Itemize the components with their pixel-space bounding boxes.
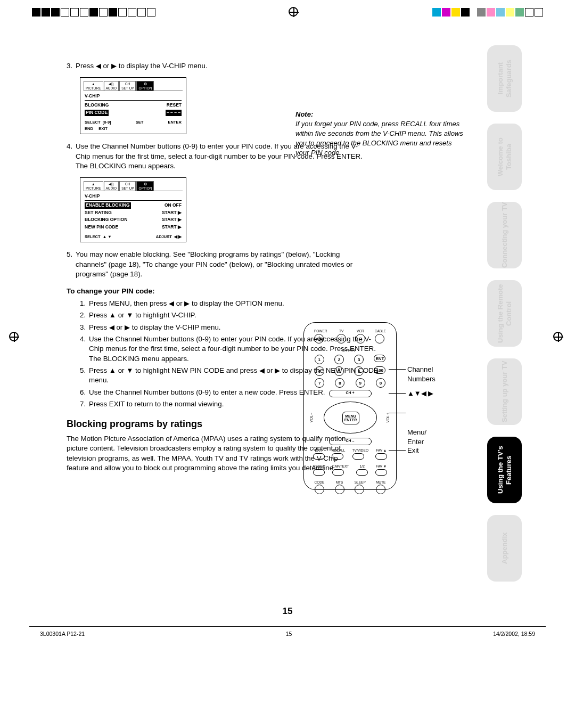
step-num: 3. — [80, 323, 86, 332]
remote-btn-exit — [313, 453, 325, 460]
remote-btn-12 — [356, 469, 368, 476]
reg-swatches-right — [432, 8, 543, 17]
remote-lbl-favup: FAV ▲ — [375, 448, 387, 453]
osd-onoff: ON OFF — [165, 202, 182, 209]
remote-btn-reset — [313, 469, 325, 476]
footer-datetime: 14/2/2002, 18:59 — [493, 630, 535, 637]
remote-lbl-code: CODE — [315, 480, 325, 485]
callout-text: ▲▼◀ ▶ — [407, 389, 433, 397]
osd-tab-picture: PICTURE — [86, 187, 101, 191]
remote-btn-power: ⏻ — [314, 334, 324, 343]
osd-header: V-CHIP — [85, 193, 182, 201]
remote-outline: POWER⏻ TV VCR CABLE CH RTN 1 2 3 ENT 4 5… — [303, 322, 397, 490]
remote-btn-9: 9 — [356, 378, 365, 388]
tab-setting-up: Setting up your TV — [487, 358, 522, 425]
remote-lbl-vcr: VCR — [356, 329, 365, 334]
step-num: 3. — [67, 61, 72, 71]
osd-foot-set: SET — [136, 120, 144, 125]
osd-reset: RESET — [167, 102, 182, 109]
remote-btn-sleep — [355, 485, 364, 494]
footer-info: 3L00301A P12-21 15 14/2/2002, 18:59 — [40, 630, 535, 637]
step-num: 4. — [67, 142, 72, 171]
osd-tab-option: OPTION — [138, 87, 152, 91]
osd-new-pin: NEW PIN CODE — [85, 224, 118, 231]
osd-foot-enter: ENTER — [168, 120, 182, 125]
remote-lbl-menu: MENU — [345, 414, 356, 418]
osd-pincode-val: – – – – — [166, 110, 182, 116]
remote-lbl-cap: CAP/TEXT — [332, 464, 349, 469]
tab-connecting: Connecting your TV — [487, 202, 522, 268]
remote-btn-1: 1 — [315, 355, 324, 364]
remote-lbl-mts: MTS — [335, 480, 344, 485]
remote-lbl-mute: MUTE — [376, 480, 385, 485]
remote-lbl-cable: CABLE — [375, 329, 386, 334]
osd-foot-exit: EXIT — [98, 126, 108, 131]
remote-lbl-12: 1/2 — [356, 464, 368, 469]
callout-arrows: ▲▼◀ ▶ — [407, 389, 433, 398]
footer-docid: 3L00301A P12-21 — [40, 630, 85, 637]
step-num: 5. — [67, 250, 72, 279]
callout-menu-enter: Menu/ Enter — [407, 408, 426, 447]
callout-text: Channel Numbers — [407, 365, 436, 383]
footer-page: 15 — [286, 630, 292, 637]
osd-tab-option: OPTION — [138, 187, 152, 191]
remote-lbl-power: POWER — [314, 329, 327, 334]
osd-vchip-blocking: ▲PICTURE ◀))AUDIO CHSET UP ⚙OPTION V-CHI… — [80, 177, 186, 242]
remote-lbl-sleep: SLEEP — [355, 480, 366, 485]
remote-btn-vcr — [356, 334, 365, 343]
tab-welcome: Welcome to Toshiba — [487, 124, 522, 190]
section-tabs: Important Safeguards Welcome to Toshiba … — [487, 45, 522, 582]
remote-lbl-reset: RESET — [313, 464, 325, 469]
osd-tab-picture: PICTURE — [86, 87, 101, 91]
step-num: 5. — [80, 366, 86, 386]
remote-lbl-chrtn: CH RTN — [309, 348, 388, 353]
callout-channel-numbers: Channel Numbers — [407, 365, 453, 384]
remote-btn-0: 0 — [376, 378, 385, 388]
osd-foot-select: SELECT — [85, 234, 101, 239]
osd-blocking: BLOCKING — [85, 102, 109, 109]
osd-tab-setup: SET UP — [121, 87, 134, 91]
remote-lbl-exit: EXIT — [313, 448, 325, 453]
osd-foot-end: END — [85, 126, 93, 131]
remote-btn-mute — [376, 485, 385, 494]
osd-enable-blocking: ENABLE BLOCKING — [85, 202, 131, 209]
remote-btn-3: 3 — [354, 355, 364, 364]
tab-using-features: Using the TV's Features — [487, 437, 522, 503]
remote-btn-6: 6 — [354, 366, 364, 376]
step-num: 7. — [80, 399, 86, 409]
osd-start: START ▶ — [162, 224, 182, 231]
crop-target-right-icon — [554, 332, 565, 344]
remote-btn-cap — [332, 469, 344, 476]
osd-foot-lr: ◀ ▶ — [174, 234, 182, 239]
tab-remote: Using the Remote Control — [487, 280, 522, 347]
step-num: 2. — [80, 310, 86, 320]
remote-btn-favup — [375, 453, 387, 460]
step-4: 4. Use the Channel Number buttons (0-9) … — [67, 142, 421, 171]
remote-vol-minus: VOL – — [309, 413, 314, 422]
step-text: Press ◀ or ▶ to display the V-CHIP menu. — [76, 61, 207, 71]
osd-blocking-option: BLOCKING OPTION — [85, 217, 127, 223]
step-text: Use the Channel Number buttons (0-9) to … — [89, 388, 325, 397]
osd-start: START ▶ — [162, 217, 182, 223]
tab-appendix: Appendix — [487, 515, 522, 582]
remote-ch-plus: CH + — [329, 390, 372, 397]
osd-foot-select: SELECT — [85, 120, 101, 125]
callout-text: Menu/ Enter — [407, 428, 426, 446]
step-text: Press MENU, then press ◀ or ▶ to display… — [89, 299, 284, 308]
step-num: 4. — [80, 334, 86, 364]
osd-header: V-CHIP — [85, 93, 182, 101]
step-text: Press EXIT to return to the normal viewi… — [89, 399, 224, 409]
remote-btn-2: 2 — [334, 355, 344, 364]
callout-text: Exit — [407, 446, 419, 454]
remote-lbl-tv: TV — [336, 329, 346, 334]
remote-vol-plus: VOL + — [386, 413, 391, 422]
remote-btn-7: 7 — [315, 378, 324, 388]
osd-set-rating: SET RATING — [85, 210, 112, 216]
step-3: 3. Press ◀ or ▶ to display the V-CHIP me… — [67, 61, 421, 71]
remote-menu-enter: MENUENTER — [342, 412, 359, 424]
remote-btn-favdn — [375, 469, 387, 476]
remote-btn-100: 100 — [374, 366, 385, 374]
step-text: Press ◀ or ▶ to display the V-CHIP menu. — [89, 323, 220, 332]
page-number: 15 — [0, 605, 575, 617]
remote-lbl-tvvideo: TV/VIDEO — [352, 448, 368, 453]
